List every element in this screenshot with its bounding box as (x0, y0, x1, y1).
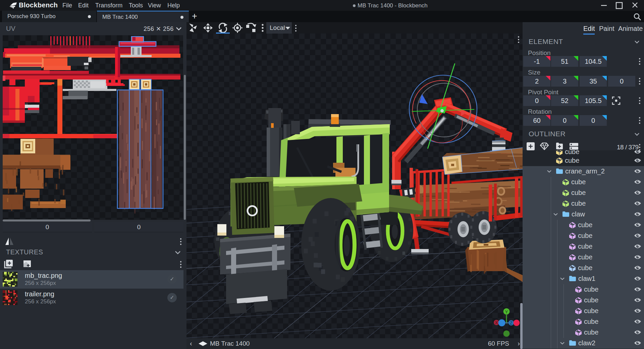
svg-text:Z: Z (510, 321, 512, 326)
svg-text:Y: Y (505, 309, 508, 314)
svg-text:X: X (495, 320, 498, 325)
